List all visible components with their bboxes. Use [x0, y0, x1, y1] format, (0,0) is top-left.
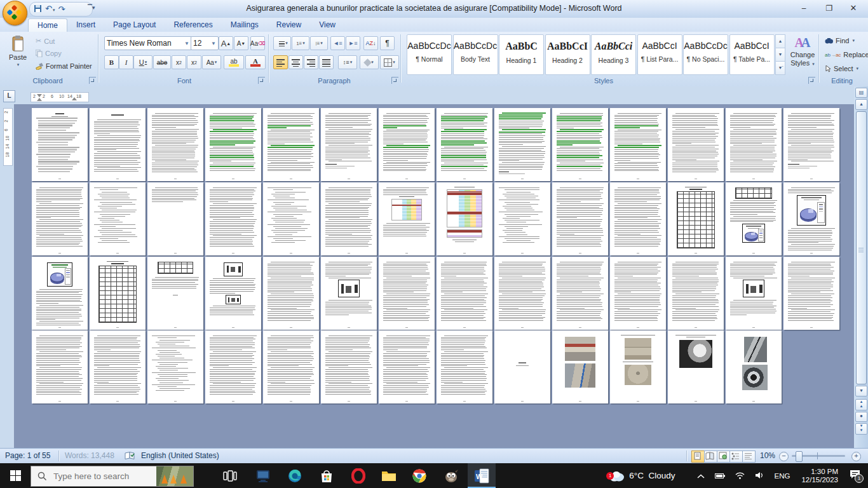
ruler-toggle-icon[interactable]: ▤: [855, 88, 867, 98]
zoom-out-icon[interactable]: −: [779, 452, 789, 461]
scroll-down-icon[interactable]: ▼: [855, 386, 867, 396]
page-thumbnail-11[interactable]: [610, 108, 666, 181]
find-button[interactable]: Find▾: [825, 37, 855, 44]
page-thumbnail-16[interactable]: [90, 182, 146, 255]
align-left-button[interactable]: [273, 55, 288, 69]
page-thumbnail-10[interactable]: [552, 108, 608, 181]
taskbar-app-edge-icon[interactable]: [281, 463, 309, 488]
strikethrough-button[interactable]: abe: [153, 55, 171, 69]
page-thumbnail-34[interactable]: [321, 257, 377, 330]
page-thumbnail-17[interactable]: [147, 182, 203, 255]
change-styles-button[interactable]: AA Change Styles ▾: [788, 36, 817, 67]
page-thumbnail-32[interactable]: [205, 257, 261, 330]
view-outline-button[interactable]: [729, 451, 743, 463]
tab-view[interactable]: View: [310, 18, 344, 32]
word-count[interactable]: Words: 13,448: [65, 451, 114, 460]
tab-stop-selector[interactable]: L: [3, 90, 15, 102]
styles-scroll-up-icon[interactable]: ▲: [775, 34, 785, 48]
indent-marker-right[interactable]: [72, 97, 77, 100]
wifi-icon[interactable]: [735, 470, 745, 482]
page-thumbnail-2[interactable]: [90, 108, 146, 181]
numbering-button[interactable]: 1≡▾: [292, 36, 309, 50]
taskbar-app-pc-icon[interactable]: [249, 463, 277, 488]
search-input[interactable]: [52, 471, 150, 482]
subscript-button[interactable]: x2: [172, 55, 186, 69]
page-thumbnail-6[interactable]: [321, 108, 377, 181]
office-button[interactable]: [3, 1, 27, 25]
style--table-pa-[interactable]: AaBbCcI¶ Table Pa...: [729, 34, 775, 75]
line-spacing-button[interactable]: ↕≡▾: [338, 55, 357, 69]
page-thumbnail-29[interactable]: [32, 257, 88, 330]
page-thumbnail-15[interactable]: [32, 182, 88, 255]
page-thumbnail-7[interactable]: [379, 108, 435, 181]
multilevel-list-button[interactable]: ⁝≡▾: [310, 36, 328, 50]
page-thumbnail-38[interactable]: [552, 257, 608, 330]
page-thumbnail-24[interactable]: [552, 182, 608, 255]
save-icon[interactable]: [34, 4, 42, 15]
indent-marker-left-bottom[interactable]: [37, 98, 42, 101]
cut-button[interactable]: ✂Cut: [36, 37, 55, 45]
page-thumbnail-13[interactable]: [726, 108, 782, 181]
shrink-font-button[interactable]: A▼: [234, 36, 248, 50]
horizontal-ruler[interactable]: 226101418: [31, 92, 89, 102]
select-button[interactable]: Select▾: [825, 65, 858, 72]
page-thumbnail-35[interactable]: [379, 257, 435, 330]
align-right-button[interactable]: [304, 55, 318, 69]
redo-icon[interactable]: ↷: [58, 5, 65, 14]
font-family-combo[interactable]: Times New Roman▼: [104, 36, 192, 50]
page-thumbnail-41[interactable]: [726, 257, 782, 330]
tab-page-layout[interactable]: Page Layout: [104, 18, 165, 32]
page-thumbnail-8[interactable]: [437, 108, 492, 181]
tab-review[interactable]: Review: [268, 18, 310, 32]
page-thumbnail-49[interactable]: [379, 330, 435, 403]
superscript-button[interactable]: x2: [187, 55, 201, 69]
format-painter-button[interactable]: Format Painter: [36, 62, 92, 70]
language-indicator[interactable]: English (United States): [141, 451, 219, 460]
page-thumbnail-3[interactable]: [147, 108, 203, 181]
styles-scroll-down-icon[interactable]: ▼: [775, 48, 785, 62]
weather-widget[interactable]: 1 6°C Cloudy: [608, 470, 675, 482]
bullets-button[interactable]: ▾: [273, 36, 291, 50]
tab-home[interactable]: Home: [28, 18, 67, 32]
font-size-combo[interactable]: 12▼: [191, 36, 219, 50]
close-button[interactable]: ✕: [843, 3, 864, 14]
style-heading-2[interactable]: AaBbCcIHeading 2: [545, 34, 590, 75]
zoom-in-icon[interactable]: +: [851, 452, 861, 461]
page-thumbnail-30[interactable]: [90, 257, 146, 330]
tray-chevron-icon[interactable]: [697, 470, 705, 482]
borders-button[interactable]: ▾: [380, 55, 399, 69]
align-center-button[interactable]: [288, 55, 303, 69]
page-thumbnail-39[interactable]: [610, 257, 666, 330]
style-body-text[interactable]: AaBbCcDcBody Text: [453, 34, 498, 75]
paste-button[interactable]: Paste▾: [6, 36, 29, 67]
justify-button[interactable]: [319, 55, 334, 69]
taskbar-app-task-view-icon[interactable]: [216, 463, 244, 488]
taskbar-app-word-icon[interactable]: W: [468, 463, 496, 488]
view-fullscreen-button[interactable]: [704, 451, 717, 463]
start-button[interactable]: [0, 463, 31, 488]
page-thumbnail-9[interactable]: [494, 108, 550, 181]
copy-button[interactable]: Copy: [36, 50, 62, 57]
minimize-button[interactable]: –: [793, 3, 815, 14]
page-thumbnail-4[interactable]: [205, 108, 261, 181]
clear-formatting-button[interactable]: Aa⌫: [250, 36, 265, 50]
page-thumbnail-55[interactable]: [726, 330, 782, 403]
tab-mailings[interactable]: Mailings: [222, 18, 268, 32]
page-thumbnail-20[interactable]: [321, 182, 377, 255]
view-draft-button[interactable]: [742, 451, 756, 463]
decrease-indent-button[interactable]: ◄≡: [330, 36, 345, 50]
styles-dialog-launcher[interactable]: [808, 77, 815, 84]
font-color-button[interactable]: A: [245, 55, 266, 69]
styles-more-icon[interactable]: ▼̄: [775, 61, 785, 75]
page-thumbnail-21[interactable]: [379, 182, 435, 255]
taskbar-app-chrome-icon[interactable]: [405, 463, 433, 488]
page-thumbnail-5[interactable]: [263, 108, 319, 181]
shading-button[interactable]: ▾: [360, 55, 379, 69]
page-thumbnail-1[interactable]: [32, 108, 88, 181]
style-heading-1[interactable]: AaBbCHeading 1: [499, 34, 544, 75]
taskbar-app-explorer-icon[interactable]: [375, 463, 403, 488]
page-thumbnail-19[interactable]: [263, 182, 319, 255]
document-canvas[interactable]: [0, 104, 854, 448]
page-indicator[interactable]: Page: 1 of 55: [5, 451, 50, 460]
change-case-button[interactable]: Aa▾: [202, 55, 221, 69]
